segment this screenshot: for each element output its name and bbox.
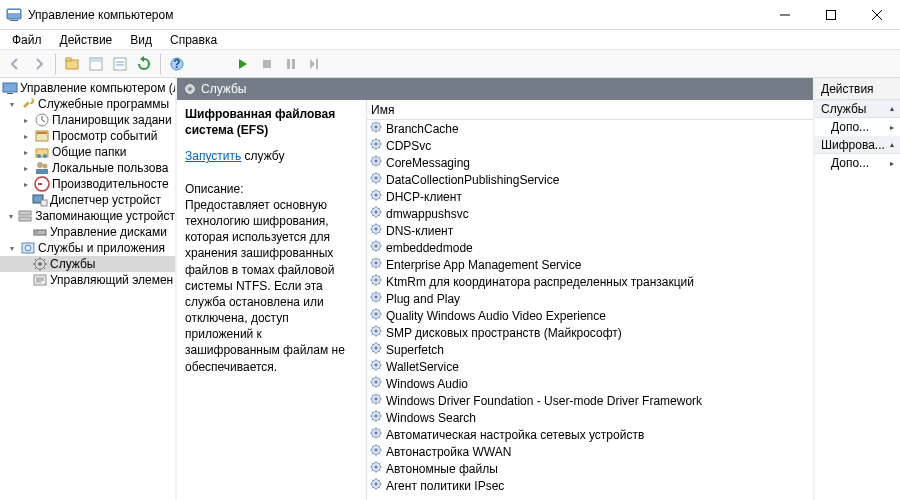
tree-root[interactable]: Управление компьютером (л [0, 80, 175, 96]
collapse-icon[interactable]: ▾ [6, 242, 18, 254]
svg-rect-19 [37, 132, 47, 134]
back-button[interactable] [4, 53, 26, 75]
service-name: DHCP-клиент [386, 190, 462, 204]
column-header-name[interactable]: Имя [367, 100, 813, 120]
svg-point-79 [374, 448, 378, 452]
service-icon [369, 477, 383, 494]
tree-device-manager[interactable]: Диспетчер устройст [0, 192, 175, 208]
service-row[interactable]: Windows Audio [367, 375, 813, 392]
service-icon [369, 222, 383, 239]
service-name: WalletService [386, 360, 459, 374]
service-row[interactable]: Автономные файлы [367, 460, 813, 477]
service-name: embeddedmode [386, 241, 473, 255]
menu-file[interactable]: Файл [4, 31, 50, 49]
tree-disk-management[interactable]: Управление дисками [0, 224, 175, 240]
export-button[interactable] [109, 53, 131, 75]
users-icon [34, 160, 50, 176]
service-name: Superfetch [386, 343, 444, 357]
action-more-efs[interactable]: Допо... ▸ [815, 154, 900, 172]
expand-icon[interactable]: ▸ [20, 130, 32, 142]
svg-point-49 [374, 193, 378, 197]
action-more-services[interactable]: Допо... ▸ [815, 118, 900, 136]
app-icon [6, 7, 22, 23]
svg-rect-13 [292, 59, 295, 69]
tree-local-users[interactable]: ▸ Локальные пользова [0, 160, 175, 176]
up-button[interactable] [61, 53, 83, 75]
service-row[interactable]: Windows Driver Foundation - User-mode Dr… [367, 392, 813, 409]
start-service-link[interactable]: Запустить [185, 149, 241, 163]
stop-service-button[interactable] [256, 53, 278, 75]
performance-icon [34, 176, 50, 192]
tree-event-viewer[interactable]: ▸ Просмотр событий [0, 128, 175, 144]
service-row[interactable]: WalletService [367, 358, 813, 375]
menu-help[interactable]: Справка [162, 31, 225, 49]
properties-button[interactable] [85, 53, 107, 75]
refresh-button[interactable] [133, 53, 155, 75]
svg-point-65 [374, 329, 378, 333]
service-name: KtmRm для координатора распределенных тр… [386, 275, 694, 289]
service-icon [369, 239, 383, 256]
service-row[interactable]: CDPSvc [367, 137, 813, 154]
service-row[interactable]: KtmRm для координатора распределенных тр… [367, 273, 813, 290]
svg-point-47 [374, 176, 378, 180]
service-row[interactable]: Enterprise App Management Service [367, 256, 813, 273]
menu-action[interactable]: Действие [52, 31, 121, 49]
forward-button[interactable] [28, 53, 50, 75]
svg-rect-5 [66, 58, 71, 61]
service-row[interactable]: DNS-клиент [367, 222, 813, 239]
gear-icon [183, 82, 197, 96]
service-row[interactable]: embeddedmode [367, 239, 813, 256]
service-icon [369, 256, 383, 273]
service-row[interactable]: Superfetch [367, 341, 813, 358]
service-row[interactable]: DHCP-клиент [367, 188, 813, 205]
tree-wmi-control[interactable]: Управляющий элемен [0, 272, 175, 288]
expand-icon[interactable]: ▸ [20, 178, 32, 190]
expand-icon[interactable]: ▸ [20, 146, 32, 158]
pause-service-button[interactable] [280, 53, 302, 75]
service-row[interactable]: BranchCache [367, 120, 813, 137]
tree-group-storage[interactable]: ▾ Запоминающие устройст [0, 208, 175, 224]
close-button[interactable] [854, 0, 900, 30]
tree-group-services-apps[interactable]: ▾ Службы и приложения [0, 240, 175, 256]
service-row[interactable]: SMP дисковых пространств (Майкрософт) [367, 324, 813, 341]
selected-service-name: Шифрованная файловая система (EFS) [185, 106, 358, 138]
help-button[interactable]: ? [166, 53, 188, 75]
service-row[interactable]: Plug and Play [367, 290, 813, 307]
services-header-label: Службы [201, 82, 246, 96]
action-group-efs[interactable]: Шифрова... ▴ [815, 136, 900, 154]
service-row[interactable]: Агент политики IPsec [367, 477, 813, 494]
svg-rect-25 [36, 169, 48, 174]
tree-performance[interactable]: ▸ Производительносте [0, 176, 175, 192]
service-name: BranchCache [386, 122, 459, 136]
service-row[interactable]: DataCollectionPublishingService [367, 171, 813, 188]
tree-task-scheduler[interactable]: ▸ Планировщик задани [0, 112, 175, 128]
svg-rect-16 [7, 93, 13, 94]
service-name: Windows Audio [386, 377, 468, 391]
tree-shared-folders[interactable]: ▸ Общие папки [0, 144, 175, 160]
tree-services[interactable]: Службы [0, 256, 175, 272]
tree-group-system-tools[interactable]: ▾ Служебные программы [0, 96, 175, 112]
collapse-icon[interactable]: ▾ [6, 98, 18, 110]
collapse-icon[interactable]: ▾ [6, 210, 15, 222]
svg-rect-12 [287, 59, 290, 69]
service-row[interactable]: CoreMessaging [367, 154, 813, 171]
start-service-button[interactable] [232, 53, 254, 75]
service-row[interactable]: Автонастройка WWAN [367, 443, 813, 460]
expand-icon[interactable]: ▸ [20, 114, 32, 126]
center-pane: Службы Шифрованная файловая система (EFS… [177, 78, 815, 500]
service-row[interactable]: Автоматическая настройка сетевых устройс… [367, 426, 813, 443]
svg-point-71 [374, 380, 378, 384]
restart-service-button[interactable] [304, 53, 326, 75]
service-name: DataCollectionPublishingService [386, 173, 559, 187]
svg-rect-2 [8, 10, 20, 13]
action-group-services[interactable]: Службы ▴ [815, 100, 900, 118]
menu-view[interactable]: Вид [122, 31, 160, 49]
maximize-button[interactable] [808, 0, 854, 30]
service-detail-pane: Шифрованная файловая система (EFS) Запус… [177, 100, 367, 500]
minimize-button[interactable] [762, 0, 808, 30]
expand-icon[interactable]: ▸ [20, 162, 32, 174]
service-row[interactable]: dmwappushsvc [367, 205, 813, 222]
service-row[interactable]: Windows Search [367, 409, 813, 426]
gear-icon [32, 256, 48, 272]
service-row[interactable]: Quality Windows Audio Video Experience [367, 307, 813, 324]
